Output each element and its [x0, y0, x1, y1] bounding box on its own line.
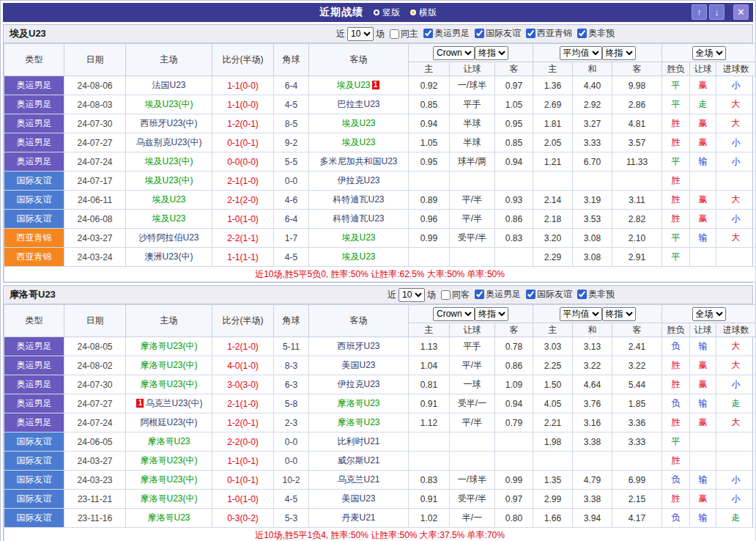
- away-team-cell[interactable]: 乌克兰U21: [309, 471, 409, 490]
- away-team-cell[interactable]: 科特迪瓦U23: [309, 191, 409, 210]
- team-link[interactable]: 埃及U23: [152, 194, 185, 205]
- away-team-cell[interactable]: 埃及U23: [309, 248, 409, 267]
- away-team-cell[interactable]: 多米尼加共和国U23: [309, 152, 409, 172]
- away-team-cell[interactable]: 巴拉圭U23: [309, 95, 409, 114]
- competition-filter[interactable]: 奥运男足: [423, 27, 470, 40]
- team-link[interactable]: 伊拉克U23: [337, 175, 379, 185]
- competition-filter[interactable]: 奥非预: [577, 27, 615, 40]
- away-team-cell[interactable]: 美国U23: [309, 356, 409, 375]
- league-badge[interactable]: 奥运男足: [4, 114, 64, 133]
- league-badge[interactable]: 奥运男足: [4, 337, 64, 356]
- team-link[interactable]: 多米尼加共和国U23: [319, 156, 397, 166]
- score-cell[interactable]: 1-2(0-1): [212, 114, 274, 133]
- match-count-select[interactable]: 10: [347, 27, 374, 41]
- team-link[interactable]: 美国U23: [341, 360, 375, 370]
- match-count-select[interactable]: 10: [399, 288, 425, 302]
- league-badge[interactable]: 国际友谊: [4, 490, 64, 509]
- league-badge[interactable]: 奥运男足: [4, 152, 64, 172]
- competition-filter[interactable]: 奥运男足: [475, 288, 521, 301]
- team-link[interactable]: 比利时U21: [337, 436, 379, 446]
- team-link[interactable]: 摩洛哥U23(中): [140, 379, 197, 389]
- away-team-cell[interactable]: 埃及U23: [309, 114, 409, 133]
- home-team-cell[interactable]: 法国U23: [126, 76, 212, 95]
- away-team-cell[interactable]: 埃及U231: [309, 76, 409, 95]
- team-link[interactable]: 埃及U23(中): [144, 156, 193, 166]
- score-cell[interactable]: 1-1(0-1): [212, 452, 274, 471]
- team-link[interactable]: 摩洛哥U23: [147, 512, 190, 523]
- same-venue-checkbox[interactable]: [441, 290, 451, 300]
- score-cell[interactable]: 2-2(1-1): [212, 229, 274, 248]
- competition-filter[interactable]: 奥非预: [577, 288, 615, 301]
- score-cell[interactable]: 2-1(1-0): [212, 172, 274, 191]
- team-link[interactable]: 埃及U23: [152, 213, 185, 224]
- league-badge[interactable]: 国际友谊: [4, 210, 64, 229]
- team-link[interactable]: 埃及U23(中): [144, 99, 193, 109]
- team-link[interactable]: 法国U23: [152, 80, 185, 90]
- score-cell[interactable]: 1-1(1-1): [212, 248, 274, 267]
- team-link[interactable]: 埃及U23(中): [144, 175, 193, 185]
- league-badge[interactable]: 国际友谊: [4, 191, 64, 210]
- away-team-cell[interactable]: 丹麦U21: [309, 509, 409, 528]
- league-badge[interactable]: 西亚青锦: [4, 248, 64, 267]
- score-cell[interactable]: 1-0(1-0): [212, 210, 274, 229]
- team-link[interactable]: 摩洛哥U23(中): [140, 360, 197, 370]
- score-cell[interactable]: 3-0(3-0): [212, 375, 274, 394]
- euro-final-select[interactable]: 终指: [602, 46, 636, 60]
- score-cell[interactable]: 1-2(1-0): [212, 337, 274, 356]
- team-link[interactable]: 丹麦U21: [341, 512, 375, 523]
- home-team-cell[interactable]: 摩洛哥U23: [126, 509, 212, 528]
- home-team-cell[interactable]: 摩洛哥U23: [126, 433, 212, 452]
- average-select[interactable]: 平均值: [560, 307, 602, 321]
- same-venue-filter[interactable]: 同客: [441, 289, 470, 301]
- home-team-cell[interactable]: 埃及U23(中): [126, 172, 212, 191]
- team-link[interactable]: 伊拉克U23: [337, 379, 379, 389]
- team-link[interactable]: 西班牙U23: [337, 341, 379, 351]
- layout-vertical-radio[interactable]: 竖版: [374, 7, 400, 19]
- move-down-button[interactable]: ↓: [709, 4, 724, 20]
- home-team-cell[interactable]: 埃及U23: [126, 191, 212, 210]
- away-team-cell[interactable]: 埃及U23: [309, 133, 409, 152]
- score-cell[interactable]: 2-1(1-0): [212, 394, 274, 413]
- away-team-cell[interactable]: 伊拉克U23: [309, 172, 409, 191]
- score-cell[interactable]: 1-0(1-0): [212, 490, 274, 509]
- team-link[interactable]: 乌兹别克U23(中): [136, 137, 201, 147]
- score-cell[interactable]: 0-3(0-2): [212, 509, 274, 528]
- team-link[interactable]: 沙特阿拉伯U23: [138, 232, 199, 243]
- team-link[interactable]: 摩洛哥U23(中): [140, 341, 197, 351]
- bookmaker-select[interactable]: Crown: [433, 307, 475, 321]
- layout-horizontal-radio[interactable]: 横版: [410, 7, 437, 19]
- home-team-cell[interactable]: 摩洛哥U23(中): [126, 490, 212, 509]
- team-link[interactable]: 科特迪瓦U23: [333, 213, 384, 224]
- team-link[interactable]: 摩洛哥U23: [337, 398, 379, 408]
- league-badge[interactable]: 奥运男足: [4, 413, 64, 433]
- away-team-cell[interactable]: 埃及U23: [309, 229, 409, 248]
- euro-final-select[interactable]: 终指: [602, 307, 636, 321]
- home-team-cell[interactable]: 摩洛哥U23(中): [126, 337, 212, 356]
- team-link[interactable]: 埃及U23: [341, 251, 375, 262]
- score-cell[interactable]: 1-1(0-0): [212, 95, 274, 114]
- bookmaker-select[interactable]: Crown: [433, 46, 475, 60]
- team-link[interactable]: 摩洛哥U23(中): [140, 455, 197, 465]
- asia-final-select[interactable]: 终指: [475, 46, 508, 60]
- team-link[interactable]: 乌克兰U21: [337, 474, 379, 485]
- competition-checkbox[interactable]: [526, 290, 536, 299]
- team-link[interactable]: 埃及U23: [336, 80, 370, 90]
- team-link[interactable]: 摩洛哥U23: [147, 436, 190, 446]
- away-team-cell[interactable]: 科特迪瓦U23: [309, 210, 409, 229]
- home-team-cell[interactable]: 摩洛哥U23(中): [126, 375, 212, 394]
- competition-filter[interactable]: 西亚青锦: [526, 27, 572, 40]
- league-badge[interactable]: 奥运男足: [4, 375, 64, 394]
- scope-select[interactable]: 全场: [692, 46, 726, 60]
- league-badge[interactable]: 国际友谊: [4, 433, 64, 452]
- competition-checkbox[interactable]: [475, 29, 484, 38]
- league-badge[interactable]: 国际友谊: [4, 471, 64, 490]
- league-badge[interactable]: 国际友谊: [4, 172, 64, 191]
- close-button[interactable]: ✕: [733, 4, 749, 20]
- away-team-cell[interactable]: 摩洛哥U23: [309, 413, 409, 433]
- home-team-cell[interactable]: 摩洛哥U23(中): [126, 452, 212, 471]
- same-venue-checkbox[interactable]: [390, 29, 399, 39]
- competition-checkbox[interactable]: [423, 29, 433, 38]
- score-cell[interactable]: 0-1(0-1): [212, 133, 274, 152]
- home-team-cell[interactable]: 摩洛哥U23(中): [126, 356, 212, 375]
- score-cell[interactable]: 1-1(0-0): [212, 76, 274, 95]
